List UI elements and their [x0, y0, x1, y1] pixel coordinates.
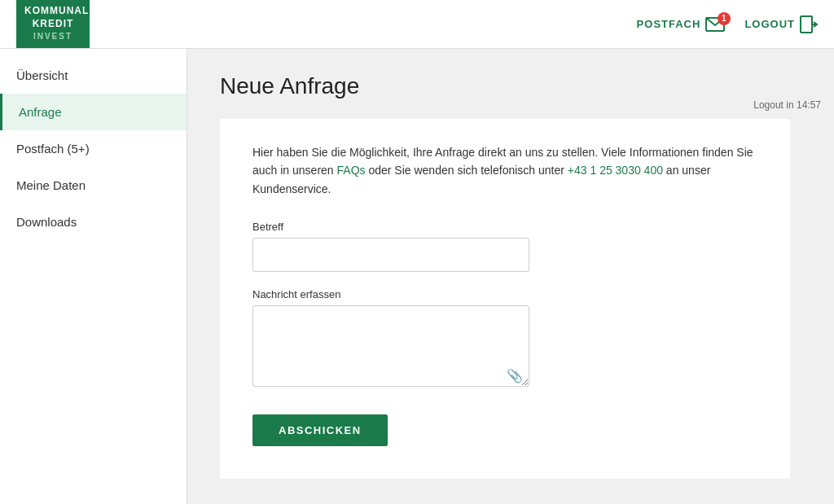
anfrage-card: Hier haben Sie die Möglichkeit, Ihre Anf… [220, 119, 790, 479]
nachricht-group: Nachricht erfassen 📎 [252, 288, 757, 390]
sidebar-item-uebersicht[interactable]: Übersicht [0, 57, 187, 94]
logout-icon [800, 15, 818, 33]
paperclip-icon: 📎 [507, 368, 523, 383]
card-intro: Hier haben Sie die Möglichkeit, Ihre Anf… [252, 143, 757, 198]
sidebar-item-postfach[interactable]: Postfach (5+) [0, 130, 187, 167]
betreff-group: Betreff [252, 221, 757, 272]
logo-line1: KOMMUNAL [24, 5, 81, 18]
nachricht-label: Nachricht erfassen [252, 288, 757, 300]
header: KOMMUNAL KREDIT INVEST POSTFACH 1 LOGOUT [0, 0, 834, 49]
sidebar: Übersicht Anfrage Postfach (5+) Meine Da… [0, 49, 187, 504]
textarea-wrapper: 📎 [252, 305, 529, 390]
postfach-label: POSTFACH [637, 18, 701, 30]
faqs-link[interactable]: FAQs [337, 164, 366, 177]
logout-button[interactable]: LOGOUT [744, 15, 818, 33]
sidebar-item-meine-daten[interactable]: Meine Daten [0, 167, 187, 204]
header-right: POSTFACH 1 LOGOUT [637, 15, 818, 33]
svg-rect-1 [801, 16, 812, 33]
badge: 1 [718, 12, 731, 25]
content-area: Logout in 14:57 Neue Anfrage Hier haben … [187, 49, 834, 504]
page-title: Neue Anfrage [220, 73, 801, 99]
postfach-button[interactable]: POSTFACH 1 [637, 17, 726, 32]
logout-label: LOGOUT [744, 18, 795, 30]
betreff-label: Betreff [252, 221, 757, 233]
main-layout: Übersicht Anfrage Postfach (5+) Meine Da… [0, 49, 834, 504]
nachricht-textarea[interactable] [252, 305, 529, 387]
submit-button[interactable]: ABSCHICKEN [252, 414, 388, 446]
logout-timer: Logout in 14:57 [753, 99, 821, 111]
betreff-input[interactable] [252, 238, 529, 272]
logo-line2: KREDIT INVEST [24, 18, 81, 43]
logo: KOMMUNAL KREDIT INVEST [16, 0, 90, 48]
envelope-icon: 1 [705, 17, 725, 32]
sidebar-item-downloads[interactable]: Downloads [0, 204, 187, 240]
sidebar-item-anfrage[interactable]: Anfrage [0, 94, 187, 130]
